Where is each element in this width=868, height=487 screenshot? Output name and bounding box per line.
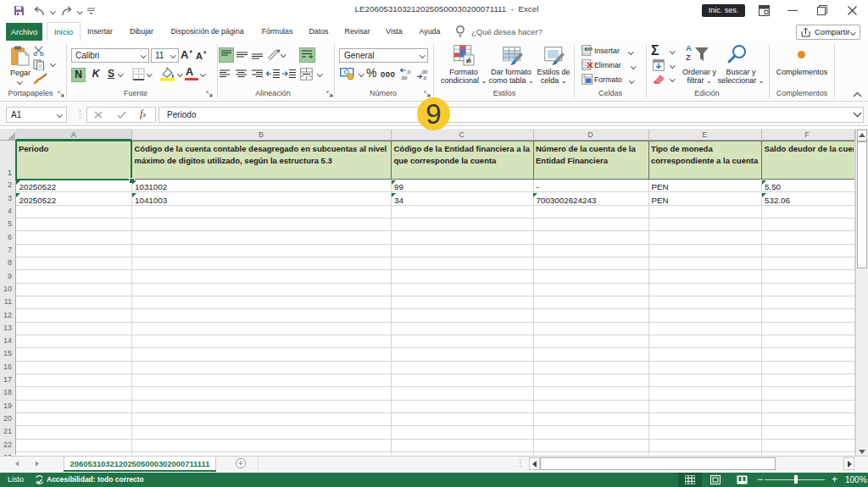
svg-text:,00: ,00 <box>400 75 408 80</box>
svg-text:,00: ,00 <box>420 69 428 75</box>
svg-text:,0: ,0 <box>422 75 427 80</box>
svg-text:,0: ,0 <box>406 69 411 75</box>
